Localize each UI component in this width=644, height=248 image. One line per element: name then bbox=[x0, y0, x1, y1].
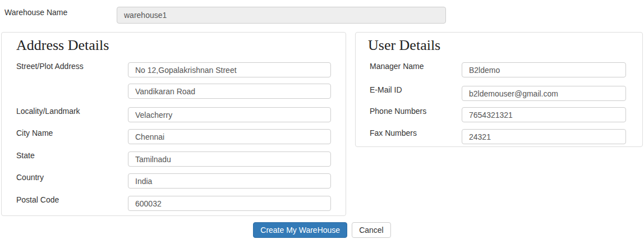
field-row-postal-code: Postal Code bbox=[2, 196, 346, 211]
manager-name-label: Manager Name bbox=[370, 62, 424, 71]
email-input[interactable] bbox=[462, 86, 626, 101]
phone-label: Phone Numbers bbox=[370, 107, 426, 116]
address-details-panel: Address Details Street/Plot Address Loca… bbox=[1, 32, 346, 216]
state-input[interactable] bbox=[128, 151, 331, 167]
fax-label: Fax Numbers bbox=[370, 128, 417, 137]
cancel-button[interactable]: Cancel bbox=[352, 222, 391, 238]
field-row-phone: Phone Numbers bbox=[356, 107, 642, 122]
field-row-locality: Locality/Landmark bbox=[2, 107, 346, 122]
form-actions: Create My WareHouse Cancel bbox=[0, 222, 644, 238]
user-details-panel: User Details Manager Name E-Mail ID Phon… bbox=[355, 32, 643, 147]
postal-code-label: Postal Code bbox=[16, 195, 59, 204]
locality-input[interactable] bbox=[128, 107, 331, 122]
locality-label: Locality/Landmark bbox=[16, 107, 80, 116]
state-label: State bbox=[16, 151, 35, 160]
user-details-title: User Details bbox=[368, 37, 440, 54]
phone-input[interactable] bbox=[462, 107, 626, 122]
email-label: E-Mail ID bbox=[370, 85, 402, 94]
field-row-street-address: Street/Plot Address bbox=[2, 62, 346, 77]
manager-name-input[interactable] bbox=[462, 62, 626, 77]
city-label: City Name bbox=[16, 128, 53, 137]
country-label: Country bbox=[16, 173, 44, 182]
field-row-city: City Name bbox=[2, 129, 346, 144]
postal-code-input[interactable] bbox=[128, 196, 331, 211]
field-row-fax: Fax Numbers bbox=[356, 129, 642, 144]
country-input[interactable] bbox=[128, 173, 331, 189]
street-address-2-input[interactable] bbox=[128, 84, 331, 99]
warehouse-name-label: Warehouse Name bbox=[4, 8, 67, 17]
fax-input[interactable] bbox=[462, 129, 626, 144]
street-address-label: Street/Plot Address bbox=[16, 62, 84, 71]
field-row-state: State bbox=[2, 151, 346, 167]
field-row-street-address-2 bbox=[2, 84, 346, 99]
field-row-email: E-Mail ID bbox=[356, 86, 642, 101]
street-address-input[interactable] bbox=[128, 62, 331, 77]
field-row-country: Country bbox=[2, 173, 346, 189]
create-warehouse-form: Warehouse Name Address Details Street/Pl… bbox=[0, 0, 644, 248]
warehouse-name-input[interactable] bbox=[117, 7, 446, 24]
create-warehouse-button[interactable]: Create My WareHouse bbox=[253, 222, 347, 238]
field-row-manager-name: Manager Name bbox=[356, 62, 642, 77]
city-input[interactable] bbox=[128, 129, 331, 144]
address-details-title: Address Details bbox=[16, 37, 109, 54]
